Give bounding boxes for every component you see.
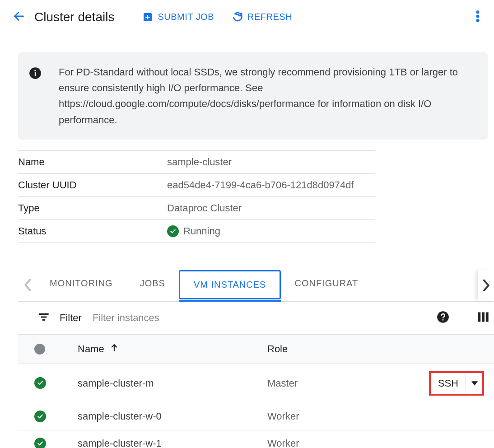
instance-role: Master (267, 378, 416, 389)
detail-label: Name (18, 156, 167, 168)
plus-box-icon (142, 12, 153, 23)
col-name-label: Name (78, 343, 104, 355)
detail-row-name: Name sample-cluster (18, 151, 375, 174)
table-header: Name Role (18, 335, 494, 364)
page-title: Cluster details (34, 10, 114, 24)
instance-role: Worker (267, 438, 416, 448)
svg-point-4 (476, 19, 480, 22)
submit-job-label: SUBMIT JOB (158, 12, 214, 22)
filter-label: Filter (60, 312, 82, 324)
table-row: sample-cluster-m Master SSH (18, 364, 494, 403)
svg-point-3 (476, 15, 480, 18)
tab-vm-instances[interactable]: VM INSTANCES (179, 270, 281, 299)
tabs-bar: MONITORING JOBS VM INSTANCES CONFIGURAT (18, 270, 494, 302)
svg-point-7 (34, 70, 36, 71)
help-icon[interactable] (437, 311, 449, 325)
filter-input[interactable] (92, 312, 427, 324)
detail-row-uuid: Cluster UUID ead54de4-7199-4ca6-b706-121… (18, 174, 375, 197)
instance-name[interactable]: sample-cluster-w-0 (78, 411, 267, 422)
tabs-scroll-right-button[interactable] (478, 270, 494, 301)
status-text: Running (183, 225, 220, 237)
tabs-list: MONITORING JOBS VM INSTANCES CONFIGURAT (36, 270, 492, 301)
table-row: sample-cluster-w-0 Worker (18, 403, 494, 430)
tab-jobs[interactable]: JOBS (126, 270, 179, 301)
detail-value: Dataproc Cluster (167, 202, 242, 214)
filter-row: Filter (18, 302, 494, 335)
detail-value: Running (167, 225, 220, 237)
table-row: sample-cluster-w-1 Worker (18, 430, 494, 448)
svg-rect-12 (486, 313, 489, 322)
svg-rect-6 (35, 72, 36, 76)
tab-monitoring[interactable]: MONITORING (36, 270, 126, 301)
svg-rect-10 (478, 313, 480, 322)
details-table: Name sample-cluster Cluster UUID ead54de… (18, 150, 375, 243)
more-menu-button[interactable] (471, 7, 485, 27)
header-actions: SUBMIT JOB REFRESH (142, 7, 485, 27)
detail-value: ead54de4-7199-4ca6-b706-121d8d0974df (167, 179, 354, 191)
info-banner-text: For PD-Standard without local SSDs, we s… (59, 64, 474, 128)
refresh-icon (232, 12, 243, 23)
detail-value: sample-cluster (167, 156, 232, 168)
ssh-button[interactable]: SSH (429, 371, 484, 396)
refresh-button[interactable]: REFRESH (232, 12, 292, 23)
refresh-label: REFRESH (247, 12, 292, 22)
detail-label: Type (18, 202, 167, 214)
info-icon (29, 64, 42, 81)
info-banner: For PD-Standard without local SSDs, we s… (18, 52, 488, 140)
ssh-button-label: SSH (431, 373, 466, 394)
svg-point-9 (442, 319, 443, 321)
detail-row-status: Status Running (18, 220, 375, 243)
sort-ascending-icon (110, 343, 119, 355)
detail-label: Cluster UUID (18, 179, 167, 191)
back-arrow-icon[interactable] (9, 6, 29, 28)
status-running-icon (34, 411, 46, 422)
instances-table: Name Role sample-cluster-m Master (18, 335, 494, 448)
col-role-header[interactable]: Role (267, 343, 416, 355)
tabs-scroll-left-button[interactable] (20, 275, 36, 296)
ssh-dropdown-button[interactable] (466, 373, 482, 394)
submit-job-button[interactable]: SUBMIT JOB (142, 12, 214, 23)
detail-row-type: Type Dataproc Cluster (18, 197, 375, 220)
instance-role: Worker (267, 411, 416, 422)
col-status-header (34, 344, 78, 355)
tab-configuration[interactable]: CONFIGURAT (281, 270, 381, 301)
status-running-icon (34, 377, 46, 389)
tabs-section: MONITORING JOBS VM INSTANCES CONFIGURAT … (18, 270, 494, 448)
col-name-header[interactable]: Name (78, 343, 267, 355)
main-content: For PD-Standard without local SSDs, we s… (0, 34, 494, 448)
page-header: Cluster details SUBMIT JOB REFRESH (0, 0, 494, 34)
tab-active-underline (179, 300, 281, 302)
instance-name[interactable]: sample-cluster-m (78, 378, 267, 389)
status-running-icon (34, 438, 46, 448)
status-indicator-icon (34, 344, 45, 355)
svg-point-2 (476, 10, 480, 14)
detail-label: Status (18, 225, 167, 237)
columns-icon[interactable] (477, 312, 489, 324)
status-running-icon (167, 225, 179, 237)
svg-marker-14 (471, 381, 478, 385)
divider (463, 310, 463, 326)
filter-actions (437, 310, 489, 326)
filter-icon (38, 311, 50, 324)
svg-rect-11 (482, 313, 485, 322)
instance-name[interactable]: sample-cluster-w-1 (78, 438, 267, 448)
